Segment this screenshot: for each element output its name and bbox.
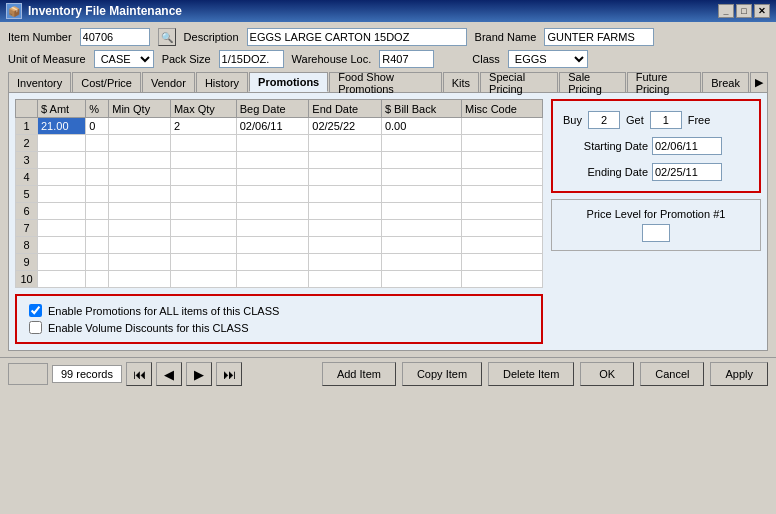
table-cell[interactable] (461, 254, 542, 271)
tab-more[interactable]: ▶ (750, 72, 768, 92)
item-number-input[interactable] (80, 28, 150, 46)
tab-specialpricing[interactable]: Special Pricing (480, 72, 558, 92)
table-cell[interactable] (86, 186, 109, 203)
table-cell[interactable] (236, 152, 309, 169)
get-input[interactable] (650, 111, 682, 129)
table-cell[interactable] (461, 203, 542, 220)
table-cell[interactable] (309, 254, 382, 271)
ok-button[interactable]: OK (580, 362, 634, 386)
table-cell[interactable] (461, 135, 542, 152)
tab-kits[interactable]: Kits (443, 72, 479, 92)
apply-button[interactable]: Apply (710, 362, 768, 386)
buy-input[interactable] (588, 111, 620, 129)
delete-item-button[interactable]: Delete Item (488, 362, 574, 386)
table-cell[interactable] (86, 237, 109, 254)
table-cell[interactable] (38, 220, 86, 237)
tab-futurepricing[interactable]: Future Pricing (627, 72, 702, 92)
tab-break[interactable]: Break (702, 72, 749, 92)
table-cell[interactable] (109, 237, 171, 254)
table-cell[interactable] (170, 254, 236, 271)
nav-first-button[interactable]: ⏮ (126, 362, 152, 386)
table-cell[interactable] (381, 237, 461, 254)
table-cell[interactable] (236, 271, 309, 288)
table-cell[interactable] (236, 203, 309, 220)
brand-input[interactable] (544, 28, 654, 46)
search-button[interactable]: 🔍 (158, 28, 176, 46)
table-cell[interactable] (109, 254, 171, 271)
nav-last-button[interactable]: ⏭ (216, 362, 242, 386)
class-select[interactable]: EGGS (508, 50, 588, 68)
table-cell[interactable] (86, 169, 109, 186)
table-cell[interactable] (170, 169, 236, 186)
table-cell[interactable]: 21.00 (38, 118, 86, 135)
table-cell[interactable] (461, 118, 542, 135)
table-cell[interactable] (309, 271, 382, 288)
enable-promotions-checkbox[interactable] (29, 304, 42, 317)
table-cell[interactable] (381, 186, 461, 203)
table-cell[interactable] (381, 169, 461, 186)
table-cell[interactable] (38, 237, 86, 254)
table-cell[interactable] (461, 186, 542, 203)
table-cell[interactable] (381, 220, 461, 237)
starting-date-input[interactable] (652, 137, 722, 155)
table-cell[interactable] (236, 254, 309, 271)
table-cell[interactable] (170, 271, 236, 288)
tab-inventory[interactable]: Inventory (8, 72, 71, 92)
table-cell[interactable] (109, 152, 171, 169)
table-cell[interactable] (109, 135, 171, 152)
table-cell[interactable] (170, 237, 236, 254)
table-cell[interactable] (461, 237, 542, 254)
table-cell[interactable] (461, 220, 542, 237)
table-cell[interactable] (170, 152, 236, 169)
table-cell[interactable] (109, 271, 171, 288)
table-cell[interactable] (461, 169, 542, 186)
table-cell[interactable] (309, 152, 382, 169)
table-cell[interactable] (461, 271, 542, 288)
table-cell[interactable] (309, 169, 382, 186)
table-cell[interactable] (38, 254, 86, 271)
close-button[interactable]: ✕ (754, 4, 770, 18)
table-cell[interactable]: 0.00 (381, 118, 461, 135)
table-cell[interactable]: 02/25/22 (309, 118, 382, 135)
table-cell[interactable] (309, 186, 382, 203)
add-item-button[interactable]: Add Item (322, 362, 396, 386)
nav-next-button[interactable]: ▶ (186, 362, 212, 386)
table-cell[interactable] (86, 254, 109, 271)
nav-prev-button[interactable]: ◀ (156, 362, 182, 386)
table-cell[interactable] (381, 135, 461, 152)
warehouse-input[interactable] (379, 50, 434, 68)
table-cell[interactable] (86, 135, 109, 152)
table-cell[interactable] (86, 203, 109, 220)
table-cell[interactable] (309, 203, 382, 220)
table-cell[interactable] (109, 220, 171, 237)
tab-foodshow[interactable]: Food Show Promotions (329, 72, 441, 92)
cancel-button[interactable]: Cancel (640, 362, 704, 386)
table-cell[interactable] (38, 271, 86, 288)
table-cell[interactable] (86, 220, 109, 237)
table-cell[interactable] (381, 254, 461, 271)
table-cell[interactable] (309, 135, 382, 152)
table-cell[interactable] (170, 186, 236, 203)
table-cell[interactable] (86, 152, 109, 169)
maximize-button[interactable]: □ (736, 4, 752, 18)
table-cell[interactable] (38, 169, 86, 186)
table-cell[interactable] (381, 271, 461, 288)
table-cell[interactable] (109, 203, 171, 220)
enable-volume-checkbox[interactable] (29, 321, 42, 334)
tab-history[interactable]: History (196, 72, 248, 92)
table-cell[interactable] (236, 135, 309, 152)
table-cell[interactable]: 02/06/11 (236, 118, 309, 135)
table-cell[interactable] (170, 220, 236, 237)
tab-salepricing[interactable]: Sale Pricing (559, 72, 626, 92)
uom-select[interactable]: CASE (94, 50, 154, 68)
table-cell[interactable] (236, 169, 309, 186)
table-cell[interactable] (461, 152, 542, 169)
table-cell[interactable] (38, 203, 86, 220)
table-cell[interactable] (109, 169, 171, 186)
table-cell[interactable] (309, 237, 382, 254)
table-cell[interactable] (38, 152, 86, 169)
table-cell[interactable] (381, 152, 461, 169)
copy-item-button[interactable]: Copy Item (402, 362, 482, 386)
description-input[interactable] (247, 28, 467, 46)
table-cell[interactable] (38, 135, 86, 152)
